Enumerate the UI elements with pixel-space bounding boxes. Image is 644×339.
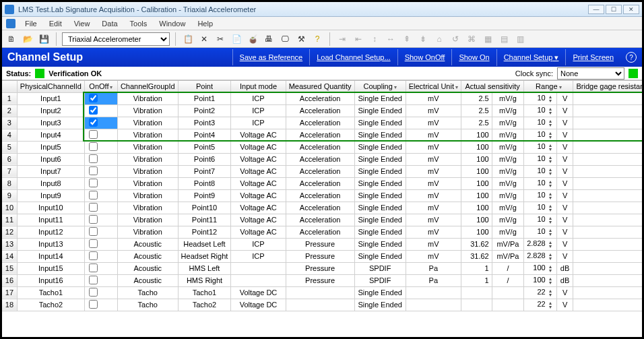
onoff-checkbox[interactable] xyxy=(89,142,98,151)
cell-coupling[interactable]: Single Ended xyxy=(354,177,406,189)
cell-measured-quantity[interactable]: Pressure xyxy=(286,262,354,274)
cell-onoff[interactable] xyxy=(84,92,117,104)
cell-sensitivity-unit[interactable]: / xyxy=(492,274,523,286)
cell-range-unit[interactable]: V xyxy=(556,238,573,250)
cell-point[interactable]: Point8 xyxy=(178,177,231,189)
cell-group[interactable]: Vibration xyxy=(117,104,178,117)
cell-group[interactable]: Acoustic xyxy=(117,262,178,274)
cell-point[interactable]: Tacho2 xyxy=(178,299,231,311)
row-number[interactable]: 7 xyxy=(2,165,17,177)
cell-range-unit[interactable]: V xyxy=(556,141,573,153)
row-number[interactable]: 12 xyxy=(2,226,17,238)
cell-coupling[interactable]: Single Ended xyxy=(354,214,406,226)
cell-bridge-resistance[interactable] xyxy=(573,153,642,165)
cell-coupling[interactable]: Single Ended xyxy=(354,117,406,129)
tool-b-icon[interactable]: ⇤ xyxy=(352,32,365,46)
table-row[interactable]: 5Input5VibrationPoint5Voltage ACAccelera… xyxy=(2,141,642,153)
cell-electrical-unit[interactable]: Pa xyxy=(406,262,461,274)
tool-d-icon[interactable]: ↔ xyxy=(384,32,397,46)
col-point[interactable]: Point xyxy=(178,81,231,92)
cell-sensitivity-value[interactable]: 1 xyxy=(461,262,492,274)
minimize-button[interactable]: — xyxy=(588,5,604,14)
cell-input-mode[interactable]: Voltage AC xyxy=(231,189,286,202)
cell-measured-quantity[interactable]: Acceleration xyxy=(286,202,354,214)
cell-sensitivity-unit[interactable]: mV/g xyxy=(492,226,523,238)
row-number[interactable]: 18 xyxy=(2,299,17,311)
cell-physical-id[interactable]: Input6 xyxy=(17,153,84,165)
menu-data[interactable]: Data xyxy=(96,18,123,29)
col-coupling[interactable]: Coupling▾ xyxy=(354,81,406,92)
cell-measured-quantity[interactable]: Acceleration xyxy=(286,226,354,238)
row-number[interactable]: 11 xyxy=(2,214,17,226)
cell-input-mode[interactable]: Voltage AC xyxy=(231,165,286,177)
cell-sensitivity-unit[interactable]: mV/g xyxy=(492,129,523,141)
cell-onoff[interactable] xyxy=(84,299,117,311)
cell-input-mode[interactable]: Voltage AC xyxy=(231,226,286,238)
cell-point[interactable]: Headset Right xyxy=(178,250,231,262)
tool-j-icon[interactable]: ▦ xyxy=(481,32,494,46)
cell-measured-quantity[interactable] xyxy=(286,299,354,311)
row-number[interactable]: 16 xyxy=(2,274,17,286)
cell-electrical-unit[interactable]: mV xyxy=(406,226,461,238)
channel-table-wrap[interactable]: PhysicalChannelId OnOff▾ ChannelGroupId … xyxy=(2,80,642,335)
cell-physical-id[interactable]: Input3 xyxy=(17,117,84,129)
cell-group[interactable]: Acoustic xyxy=(117,274,178,286)
menu-edit[interactable]: Edit xyxy=(44,18,67,29)
cell-electrical-unit[interactable]: mV xyxy=(406,92,461,104)
clock-sync-select[interactable]: None xyxy=(557,67,624,80)
cell-input-mode[interactable]: Voltage AC xyxy=(231,153,286,165)
cell-group[interactable]: Vibration xyxy=(117,177,178,189)
cell-electrical-unit[interactable]: mV xyxy=(406,153,461,165)
menu-file[interactable]: File xyxy=(20,18,42,29)
cell-range-value[interactable]: 10▴▾ xyxy=(524,226,557,238)
row-number[interactable]: 10 xyxy=(2,202,17,214)
tool-g-icon[interactable]: ⌂ xyxy=(432,32,446,46)
cell-range-unit[interactable]: V xyxy=(556,286,573,299)
cell-electrical-unit[interactable]: mV xyxy=(406,165,461,177)
cell-coupling[interactable]: Single Ended xyxy=(354,165,406,177)
row-number[interactable]: 13 xyxy=(2,238,17,250)
cell-coupling[interactable]: SPDIF xyxy=(354,274,406,286)
cell-range-value[interactable]: 22▴▾ xyxy=(524,299,557,311)
cell-sensitivity-unit[interactable]: mV/g xyxy=(492,153,523,165)
cell-input-mode[interactable]: Voltage AC xyxy=(231,141,286,153)
tool-l-icon[interactable]: ▥ xyxy=(513,32,527,46)
cell-sensitivity-value[interactable]: 2.5 xyxy=(461,104,492,117)
table-row[interactable]: 8Input8VibrationPoint8Voltage ACAccelera… xyxy=(2,177,642,189)
table-row[interactable]: 10Input10VibrationPoint10Voltage ACAccel… xyxy=(2,202,642,214)
cell-group[interactable]: Vibration xyxy=(117,129,178,141)
table-row[interactable]: 17Tacho1TachoTacho1Voltage DCSingle Ende… xyxy=(2,286,642,299)
cell-onoff[interactable] xyxy=(84,202,117,214)
cell-physical-id[interactable]: Input2 xyxy=(17,104,84,117)
table-row[interactable]: 6Input6VibrationPoint6Voltage ACAccelera… xyxy=(2,153,642,165)
new-icon[interactable]: 🗎 xyxy=(5,32,18,46)
cell-input-mode[interactable] xyxy=(231,262,286,274)
cell-range-value[interactable]: 10▴▾ xyxy=(524,129,557,141)
row-number[interactable]: 17 xyxy=(2,286,17,299)
cell-physical-id[interactable]: Input11 xyxy=(17,214,84,226)
row-number[interactable]: 8 xyxy=(2,177,17,189)
cell-range-value[interactable]: 10▴▾ xyxy=(524,189,557,202)
cell-measured-quantity[interactable]: Acceleration xyxy=(286,117,354,129)
cell-coupling[interactable]: Single Ended xyxy=(354,226,406,238)
cell-sensitivity-value[interactable]: 31.62 xyxy=(461,250,492,262)
cell-point[interactable]: Point11 xyxy=(178,214,231,226)
onoff-checkbox[interactable] xyxy=(89,191,98,199)
cell-electrical-unit[interactable]: mV xyxy=(406,104,461,117)
cell-physical-id[interactable]: Input13 xyxy=(17,238,84,250)
table-row[interactable]: 12Input12VibrationPoint12Voltage ACAccel… xyxy=(2,226,642,238)
menu-help[interactable]: Help xyxy=(192,18,218,29)
col-bridge-resistance[interactable]: Bridge gage resistan xyxy=(573,81,642,92)
cell-measured-quantity[interactable]: Acceleration xyxy=(286,92,354,104)
onoff-checkbox[interactable] xyxy=(89,215,98,224)
cell-point[interactable]: Point9 xyxy=(178,189,231,202)
cell-sensitivity-unit[interactable]: / xyxy=(492,262,523,274)
tool-e-icon[interactable]: ⇞ xyxy=(400,32,414,46)
cell-range-value[interactable]: 10▴▾ xyxy=(524,177,557,189)
cell-group[interactable]: Vibration xyxy=(117,214,178,226)
cell-group[interactable]: Vibration xyxy=(117,153,178,165)
onoff-checkbox[interactable] xyxy=(89,288,98,297)
onoff-checkbox[interactable] xyxy=(89,239,98,248)
tool-h-icon[interactable]: ↺ xyxy=(449,32,462,46)
cell-electrical-unit[interactable]: mV xyxy=(406,250,461,262)
